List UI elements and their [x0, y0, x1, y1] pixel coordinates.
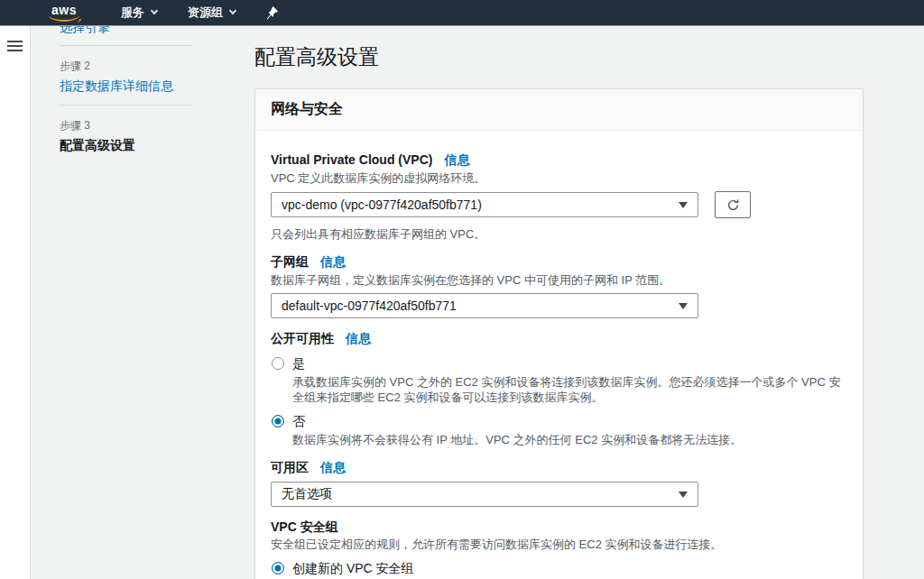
chevron-down-icon: [151, 7, 158, 14]
public-access-yes-radio[interactable]: [272, 357, 284, 370]
public-access-no-option: 否 数据库实例将不会获得公有 IP 地址。VPC 之外的任何 EC2 实例和设备…: [271, 413, 847, 447]
subnet-group-section: 子网组 信息 数据库子网组，定义数据库实例在您选择的 VPC 中可使用的子网和 …: [271, 253, 847, 318]
nav-resource-groups-label: 资源组: [188, 5, 223, 21]
public-access-no-label[interactable]: 否: [292, 413, 744, 429]
main-content: 配置高级设置 网络与安全 Virtual Private Cloud (VPC)…: [254, 26, 924, 579]
subnet-group-select[interactable]: default-vpc-0977f420af50fb771: [271, 293, 698, 318]
wizard-steps-sidebar: 选择引擎 步骤 2 指定数据库详细信息 步骤 3 配置高级设置: [31, 26, 254, 579]
availability-zone-info-link[interactable]: 信息: [320, 460, 346, 476]
vpc-security-group-description: 安全组已设定相应的规则，允许所有需要访问数据库实例的 EC2 实例和设备进行连接…: [271, 537, 847, 552]
nav-services-label: 服务: [121, 5, 144, 21]
nav-services-menu[interactable]: 服务: [121, 5, 157, 21]
left-nav-strip: [0, 26, 31, 579]
subnet-group-description: 数据库子网组，定义数据库实例在您选择的 VPC 中可使用的子网和 IP 范围。: [271, 272, 847, 288]
sidebar-divider: [60, 105, 192, 106]
subnet-group-select-value: default-vpc-0977f420af50fb771: [282, 299, 457, 313]
vpc-refresh-button[interactable]: [715, 191, 751, 218]
create-new-sg-option: 创建新的 VPC 安全组: [271, 560, 847, 576]
public-access-no-radio[interactable]: [272, 415, 284, 427]
availability-zone-select-value: 无首选项: [282, 486, 332, 502]
public-accessibility-section: 公开可用性 信息 是 承载数据库实例的 VPC 之外的 EC2 实例和设备将连接…: [271, 330, 847, 447]
vpc-section: Virtual Private Cloud (VPC) 信息 VPC 定义此数据…: [271, 152, 847, 242]
vpc-security-group-label: VPC 安全组: [271, 519, 338, 535]
public-access-no-description: 数据库实例将不会获得公有 IP 地址。VPC 之外的任何 EC2 实例和设备都将…: [292, 432, 744, 447]
pushpin-glyph: [266, 6, 278, 20]
card-header-title: 网络与安全: [271, 100, 847, 119]
create-new-sg-radio[interactable]: [272, 562, 284, 574]
pin-icon[interactable]: [266, 6, 278, 20]
sidebar-divider: [60, 45, 192, 46]
vpc-info-link[interactable]: 信息: [444, 152, 469, 169]
card-body: Virtual Private Cloud (VPC) 信息 VPC 定义此数据…: [255, 131, 863, 579]
subnet-group-label: 子网组: [271, 253, 309, 270]
sidebar-step2-number: 步骤 2: [60, 59, 254, 74]
public-accessibility-label: 公开可用性: [271, 330, 334, 346]
page-title: 配置高级设置: [254, 43, 924, 70]
network-security-card: 网络与安全 Virtual Private Cloud (VPC) 信息 VPC…: [254, 88, 864, 579]
vpc-label: Virtual Private Cloud (VPC): [271, 152, 432, 168]
public-access-yes-description: 承载数据库实例的 VPC 之外的 EC2 实例和设备将连接到该数据库实例。您还必…: [292, 374, 847, 405]
subnet-group-info-link[interactable]: 信息: [320, 254, 346, 271]
chevron-down-icon: [229, 7, 236, 14]
card-header: 网络与安全: [255, 89, 863, 131]
aws-logo[interactable]: aws: [49, 5, 79, 22]
sidebar-step3-number: 步骤 3: [60, 118, 254, 133]
create-new-sg-label[interactable]: 创建新的 VPC 安全组: [292, 560, 414, 576]
refresh-icon: [726, 198, 740, 212]
vpc-helper-text: 只会列出具有相应数据库子网组的 VPC。: [271, 226, 847, 242]
vpc-select-value: vpc-demo (vpc-0977f420af50fb771): [282, 198, 482, 212]
caret-down-icon: [679, 202, 688, 208]
caret-down-icon: [679, 492, 688, 498]
aws-smile-icon: [49, 14, 79, 22]
caret-down-icon: [679, 303, 688, 309]
top-navbar: aws 服务 资源组: [0, 0, 924, 26]
availability-zone-section: 可用区 信息 无首选项: [271, 459, 847, 507]
public-access-yes-label[interactable]: 是: [292, 355, 847, 372]
vpc-description: VPC 定义此数据库实例的虚拟网络环境。: [271, 170, 847, 186]
page-body: 选择引擎 步骤 2 指定数据库详细信息 步骤 3 配置高级设置 配置高级设置 网…: [0, 26, 924, 579]
nav-resource-groups-menu[interactable]: 资源组: [188, 5, 236, 21]
hamburger-menu-icon[interactable]: [7, 41, 23, 51]
sidebar-step1-link[interactable]: 选择引擎: [60, 26, 254, 35]
availability-zone-select[interactable]: 无首选项: [271, 482, 698, 507]
vpc-select[interactable]: vpc-demo (vpc-0977f420af50fb771): [271, 192, 698, 217]
public-accessibility-info-link[interactable]: 信息: [346, 331, 371, 347]
public-access-yes-option: 是 承载数据库实例的 VPC 之外的 EC2 实例和设备将连接到该数据库实例。您…: [271, 355, 847, 405]
sidebar-step2-link[interactable]: 指定数据库详细信息: [60, 78, 254, 95]
availability-zone-label: 可用区: [271, 459, 309, 475]
vpc-security-group-section: VPC 安全组 安全组已设定相应的规则，允许所有需要访问数据库实例的 EC2 实…: [271, 519, 847, 579]
sidebar-step3-current: 配置高级设置: [60, 138, 254, 154]
